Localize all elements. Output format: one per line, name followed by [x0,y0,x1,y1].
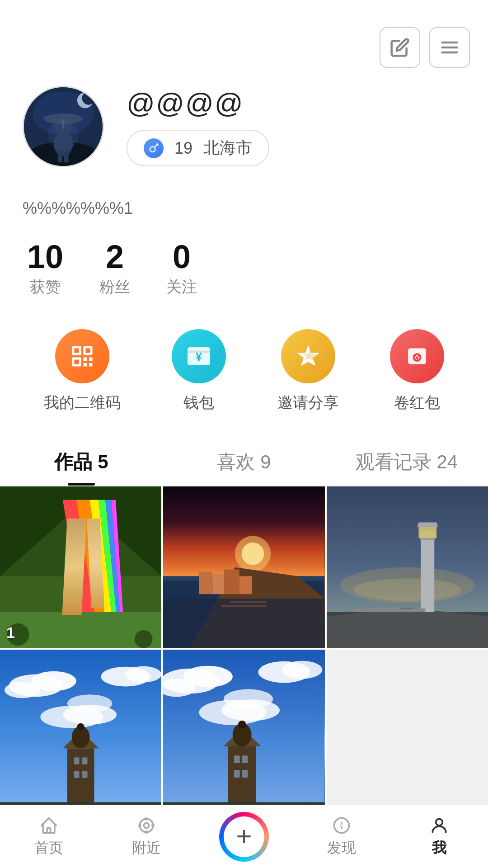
svg-rect-57 [239,576,252,594]
follows-label: 关注 [166,277,197,297]
wallet-circle: ¥ [172,329,226,383]
svg-rect-26 [89,363,93,367]
svg-rect-25 [83,363,87,367]
invite-icon [295,343,322,370]
menu-button[interactable] [429,27,470,68]
svg-rect-88 [82,771,88,778]
action-invite[interactable]: 邀请分享 [277,329,339,413]
menu-icon [440,38,460,57]
svg-point-15 [150,146,155,152]
grid-img-2 [163,486,324,648]
username: @@@@ [127,87,465,119]
fans-count: 2 [106,241,124,273]
svg-point-109 [144,823,149,828]
grid-img-1 [0,486,161,648]
stat-follows[interactable]: 0 关注 [166,241,197,297]
nav-plus[interactable] [195,812,293,862]
invite-circle [281,329,335,383]
action-wallet[interactable]: ¥ 钱包 [172,329,226,413]
wallet-label: 钱包 [183,392,214,413]
svg-rect-20 [85,349,90,353]
redpacket-label: 卷红包 [394,392,440,413]
nav-nearby[interactable]: 附近 [98,816,195,858]
svg-rect-85 [74,758,80,765]
redpacket-circle: ¥ [390,329,444,383]
redpacket-icon: ¥ [404,343,431,370]
follows-count: 0 [173,241,191,273]
svg-rect-22 [74,360,79,364]
tab-history[interactable]: 观看记录 24 [325,436,488,486]
qrcode-label: 我的二维码 [44,392,121,413]
pencil-icon [390,38,410,57]
grid-img-3 [327,486,488,648]
grid-img-5 [163,650,324,811]
svg-rect-24 [89,358,93,361]
svg-point-98 [221,700,280,722]
svg-rect-56 [224,570,239,594]
svg-point-102 [238,721,246,729]
bottom-nav: 首页 附近 发现 我 [0,805,488,868]
grid-item-empty [327,650,488,811]
profile-top: @@@@ 19 北海市 [23,86,465,167]
likes-label: 获赞 [30,277,61,297]
bio: %%%%%%%1 [0,199,488,218]
svg-point-14 [48,120,79,151]
grid-item-4[interactable] [0,650,161,811]
action-qrcode[interactable]: 我的二维码 [44,329,121,413]
svg-rect-99 [228,746,256,811]
svg-point-108 [140,819,153,832]
edit-button[interactable] [380,27,420,68]
svg-rect-103 [234,756,240,764]
stats-section: 10 获赞 2 粉丝 0 关注 [0,236,488,320]
svg-rect-18 [74,349,79,353]
tab-works-label: 作品 5 [54,451,108,472]
svg-point-84 [77,723,84,731]
tab-history-label: 观看记录 24 [356,451,458,472]
grid-item-2[interactable] [163,486,324,648]
stat-fans[interactable]: 2 粉丝 [99,241,130,297]
svg-rect-23 [83,358,87,361]
svg-rect-54 [199,572,213,594]
svg-point-50 [242,542,264,565]
svg-rect-81 [67,749,94,811]
svg-point-80 [63,705,117,725]
stat-likes[interactable]: 10 获赞 [27,241,63,297]
plus-inner [224,816,264,857]
nav-discover[interactable]: 发现 [293,816,390,858]
svg-rect-87 [74,771,80,778]
tab-likes[interactable]: 喜欢 9 [163,436,325,486]
tab-works[interactable]: 作品 5 [0,436,163,486]
svg-rect-106 [242,770,248,778]
user-meta-badge: 19 北海市 [127,130,269,166]
nav-home-label: 首页 [34,838,63,858]
nav-me[interactable]: 我 [390,816,488,858]
svg-rect-60 [221,605,266,607]
nearby-icon [136,816,156,835]
header [0,0,488,77]
avatar-art [24,86,103,167]
plus-button[interactable] [219,812,269,862]
svg-rect-55 [213,574,224,594]
grid-item-5[interactable] [163,650,324,811]
home-icon [39,816,59,835]
svg-text:¥: ¥ [415,354,419,363]
grid-item-1[interactable]: 1 [0,486,161,648]
svg-rect-71 [327,486,488,648]
likes-count: 10 [27,241,63,273]
svg-point-117 [436,819,443,826]
svg-rect-59 [230,601,266,603]
svg-point-95 [282,661,322,679]
svg-point-6 [82,92,95,105]
me-icon [429,816,449,835]
avatar[interactable] [23,86,104,167]
svg-rect-12 [58,154,62,162]
nav-home[interactable]: 首页 [0,816,98,858]
action-redpacket[interactable]: ¥ 卷红包 [390,329,444,413]
nav-nearby-label: 附近 [132,838,161,858]
nav-discover-label: 发现 [327,838,356,858]
grid-item-3[interactable] [327,486,488,648]
nav-me-label: 我 [432,838,446,858]
grid-img-4 [0,650,161,811]
action-icons: 我的二维码 ¥ 钱包 邀请分享 ¥ [0,320,488,436]
svg-rect-29 [188,351,210,353]
